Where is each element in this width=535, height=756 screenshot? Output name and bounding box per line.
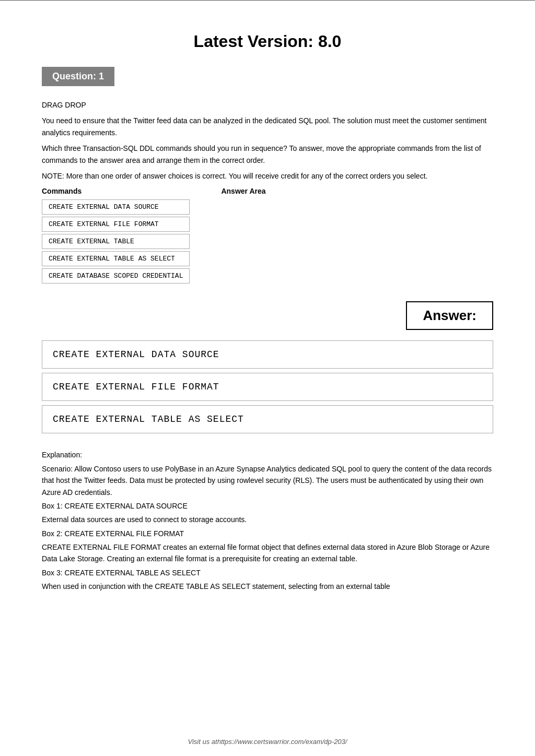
top-rule (0, 0, 535, 1)
explanation-line-6: When used in conjunction with the CREATE… (42, 581, 493, 592)
answer-item[interactable]: CREATE EXTERNAL DATA SOURCE (42, 340, 493, 369)
page-title: Latest Version: 8.0 (42, 32, 493, 51)
body-paragraph3: NOTE: More than one order of answer choi… (42, 170, 493, 182)
footer: Visit us athttps://www.certswarrior.com/… (0, 738, 535, 746)
answer-box: Answer: (406, 301, 493, 330)
answer-item[interactable]: CREATE EXTERNAL FILE FORMAT (42, 373, 493, 401)
answer-commands: CREATE EXTERNAL DATA SOURCE CREATE EXTER… (42, 340, 493, 433)
explanation-line-5: Box 3: CREATE EXTERNAL TABLE AS SELECT (42, 567, 493, 578)
list-item[interactable]: CREATE EXTERNAL DATA SOURCE (42, 199, 190, 215)
commands-answer-area: Commands CREATE EXTERNAL DATA SOURCE CRE… (42, 187, 493, 286)
list-item[interactable]: CREATE EXTERNAL TABLE (42, 234, 190, 249)
list-item[interactable]: CREATE DATABASE SCOPED CREDENTIAL (42, 268, 190, 284)
answer-item[interactable]: CREATE EXTERNAL TABLE AS SELECT (42, 405, 493, 433)
explanation-line-1: Box 1: CREATE EXTERNAL DATA SOURCE (42, 500, 493, 512)
explanation-line-2: External data sources are used to connec… (42, 514, 493, 525)
explanation-line-0: Scenario: Allow Contoso users to use Pol… (42, 463, 493, 498)
commands-column: Commands CREATE EXTERNAL DATA SOURCE CRE… (42, 187, 190, 286)
body-paragraph2: Which three Transaction-SQL DDL commands… (42, 143, 493, 166)
explanation-line-3: Box 2: CREATE EXTERNAL FILE FORMAT (42, 528, 493, 539)
list-item[interactable]: CREATE EXTERNAL TABLE AS SELECT (42, 251, 190, 266)
explanation-line-4: CREATE EXTERNAL FILE FORMAT creates an e… (42, 541, 493, 565)
list-item[interactable]: CREATE EXTERNAL FILE FORMAT (42, 217, 190, 232)
body-paragraph1: You need to ensure that the Twitter feed… (42, 115, 493, 138)
drag-drop-label: DRAG DROP (42, 99, 493, 111)
answer-area-label: Answer Area (221, 187, 493, 195)
page-container: Latest Version: 8.0 Question: 1 DRAG DRO… (0, 6, 535, 626)
answer-section: Answer: (42, 301, 493, 330)
explanation-section: Explanation: Scenario: Allow Contoso use… (42, 449, 493, 592)
explanation-label: Explanation: (42, 449, 493, 460)
question-header: Question: 1 (42, 67, 114, 86)
commands-label: Commands (42, 187, 190, 195)
answer-area-column: Answer Area (221, 187, 493, 286)
